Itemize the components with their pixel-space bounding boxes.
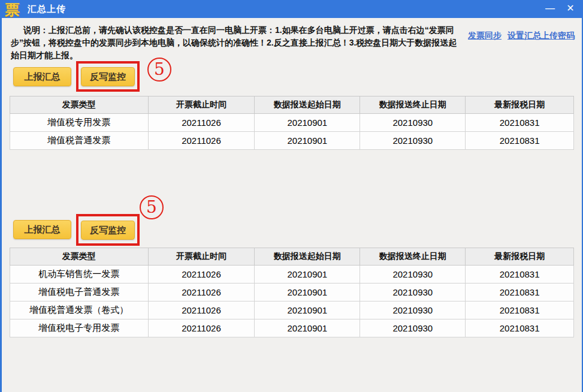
annotation-circle-5-1: 5 [147, 58, 171, 82]
col-header-latest-filing: 最新报税日期 [466, 97, 574, 114]
cell: 机动车销售统一发票 [10, 266, 149, 284]
col-header-invoice-type: 发票类型 [10, 97, 149, 114]
top-right-links: 发票同步 设置汇总上传密码 [468, 31, 575, 41]
cell: 20210901 [255, 114, 360, 132]
cell: 20210831 [466, 301, 574, 319]
table-row: 增值税专用发票 20211026 20210901 20210930 20210… [10, 114, 574, 132]
cell: 20210831 [466, 284, 574, 301]
title-bar: 票 汇总上传 — ✕ [0, 0, 583, 18]
col-header-issue-deadline: 开票截止时间 [148, 248, 255, 266]
cell: 增值税专用发票 [10, 114, 149, 132]
cell: 20211026 [148, 301, 255, 319]
cell: 20211026 [148, 114, 255, 132]
minimize-icon[interactable]: — [541, 0, 559, 18]
table-header-row: 发票类型 开票截止时间 数据报送起始日期 数据报送终止日期 最新报税日期 [10, 248, 574, 266]
annotation-box-2: 反写监控 [76, 214, 140, 246]
close-icon[interactable]: ✕ [561, 0, 579, 18]
cell: 20210930 [360, 132, 466, 150]
writeback-monitor-button-2[interactable]: 反写监控 [81, 221, 135, 240]
table-row: 增值税普通发票（卷式） 20211026 20210901 20210930 2… [10, 301, 574, 319]
cell: 20210901 [255, 284, 360, 301]
instruction-text: 说明：上报汇总前，请先确认该税控盘是否一直在同一电脑上开票：1.如果在多台电脑上… [11, 24, 463, 62]
annotation-box-1: 反写监控 [76, 61, 140, 92]
app-ticket-icon: 票 [5, 1, 20, 19]
cell: 20211026 [148, 319, 255, 337]
window-border-left [0, 0, 2, 392]
cell: 20210930 [360, 284, 466, 301]
table-row: 增值税普通发票 20211026 20210901 20210930 20210… [10, 132, 574, 150]
cell: 增值税普通发票 [10, 132, 149, 150]
annotation-circle-5-2: 5 [140, 195, 164, 219]
col-header-latest-filing: 最新报税日期 [466, 248, 574, 266]
table-row: 增值税电子专用发票 20211026 20210901 20210930 202… [10, 319, 574, 337]
cell: 20210831 [466, 266, 574, 284]
writeback-monitor-button-1[interactable]: 反写监控 [81, 67, 135, 86]
app-window: 票 汇总上传 — ✕ 说明：上报汇总前，请先确认该税控盘是否一直在同一电脑上开票… [0, 0, 583, 392]
table-header-row: 发票类型 开票截止时间 数据报送起始日期 数据报送终止日期 最新报税日期 [10, 97, 574, 114]
table-row: 机动车销售统一发票 20211026 20210901 20210930 202… [10, 266, 574, 284]
cell: 20210901 [255, 132, 360, 150]
cell: 20211026 [148, 132, 255, 150]
window-title: 汇总上传 [28, 0, 66, 18]
cell: 20210901 [255, 319, 360, 337]
cell: 20210930 [360, 114, 466, 132]
cell: 20210831 [466, 114, 574, 132]
cell: 20210930 [360, 319, 466, 337]
cell: 20211026 [148, 266, 255, 284]
set-upload-password-link[interactable]: 设置汇总上传密码 [508, 31, 575, 41]
cell: 增值税电子普通发票 [10, 284, 149, 301]
cell: 20210831 [466, 319, 574, 337]
report-summary-button-2[interactable]: 上报汇总 [13, 220, 71, 239]
col-header-report-end: 数据报送终止日期 [360, 97, 466, 114]
col-header-invoice-type: 发票类型 [10, 248, 149, 266]
invoice-table-2: 发票类型 开票截止时间 数据报送起始日期 数据报送终止日期 最新报税日期 机动车… [10, 248, 574, 337]
cell: 20210831 [466, 132, 574, 150]
cell: 20211026 [148, 284, 255, 301]
cell: 20210930 [360, 266, 466, 284]
cell: 增值税电子专用发票 [10, 319, 149, 337]
table-row: 增值税电子普通发票 20211026 20210901 20210930 202… [10, 284, 574, 301]
col-header-report-start: 数据报送起始日期 [255, 97, 360, 114]
cell: 增值税普通发票（卷式） [10, 301, 149, 319]
report-summary-button-1[interactable]: 上报汇总 [13, 67, 71, 86]
cell: 20210901 [255, 301, 360, 319]
col-header-report-start: 数据报送起始日期 [255, 248, 360, 266]
invoice-sync-link[interactable]: 发票同步 [468, 31, 502, 41]
cell: 20210901 [255, 266, 360, 284]
invoice-table-1: 发票类型 开票截止时间 数据报送起始日期 数据报送终止日期 最新报税日期 增值税… [10, 96, 574, 150]
cell: 20210930 [360, 301, 466, 319]
col-header-issue-deadline: 开票截止时间 [148, 97, 255, 114]
col-header-report-end: 数据报送终止日期 [360, 248, 466, 266]
